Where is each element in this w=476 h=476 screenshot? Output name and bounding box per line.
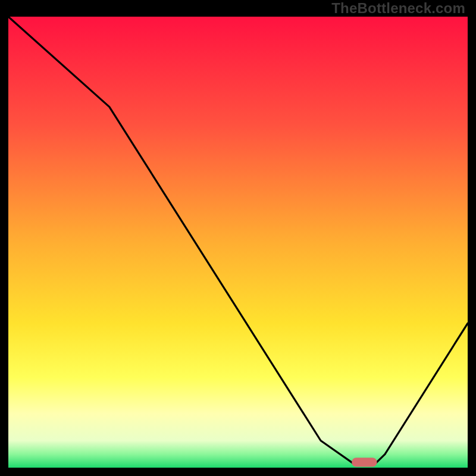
chart-svg — [8, 17, 468, 468]
chart-container: TheBottleneck.com — [0, 0, 476, 476]
gradient-background — [8, 17, 468, 468]
plot-area — [8, 17, 468, 468]
optimal-marker — [352, 458, 377, 466]
watermark-text: TheBottleneck.com — [331, 0, 465, 17]
